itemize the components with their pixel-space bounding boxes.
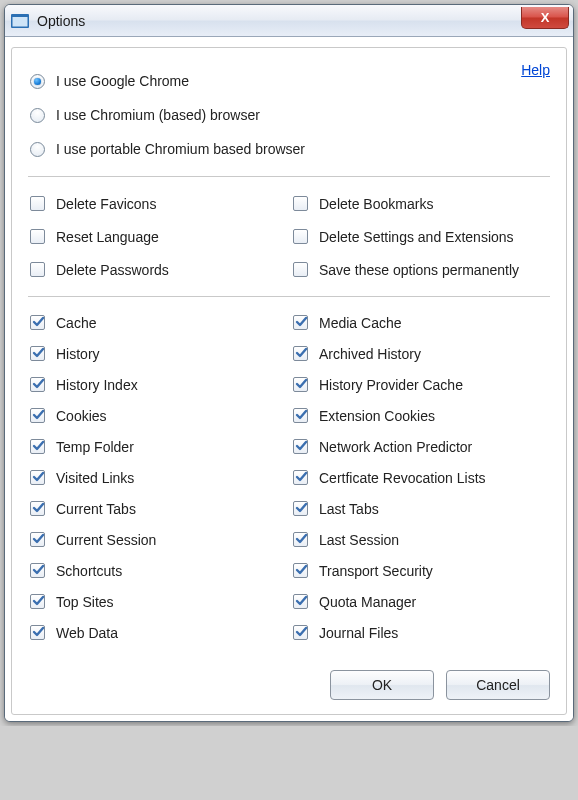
dialog-footer: OK Cancel	[28, 670, 550, 700]
data-checkbox[interactable]: Quota Manager	[291, 586, 550, 617]
checkbox-icon	[28, 562, 46, 580]
browser-radio[interactable]: I use Google Chrome	[28, 64, 550, 98]
radio-label: I use Chromium (based) browser	[56, 107, 260, 123]
checkbox-label: Last Session	[319, 532, 399, 548]
checkbox-icon	[28, 376, 46, 394]
checkbox-label: Journal Files	[319, 625, 398, 641]
checkbox-icon	[28, 531, 46, 549]
checkbox-label: Network Action Predictor	[319, 439, 472, 455]
data-checkbox[interactable]: History Index	[28, 369, 287, 400]
checkbox-icon	[291, 469, 309, 487]
checkbox-icon	[28, 469, 46, 487]
data-checkbox[interactable]: Cache	[28, 307, 287, 338]
data-checkbox[interactable]: Last Tabs	[291, 493, 550, 524]
checkbox-icon	[291, 531, 309, 549]
data-checkbox[interactable]: Current Session	[28, 524, 287, 555]
checkbox-icon	[28, 438, 46, 456]
close-icon: X	[541, 10, 550, 25]
checkbox-icon	[291, 500, 309, 518]
checkbox-icon	[291, 593, 309, 611]
misc-checkbox[interactable]: Reset Language	[28, 220, 287, 253]
data-checkbox[interactable]: Visited Links	[28, 462, 287, 493]
data-checkbox[interactable]: Extension Cookies	[291, 400, 550, 431]
browser-radio[interactable]: I use Chromium (based) browser	[28, 98, 550, 132]
data-checkbox[interactable]: Archived History	[291, 338, 550, 369]
data-checkbox[interactable]: History	[28, 338, 287, 369]
checkbox-icon	[291, 438, 309, 456]
window-title: Options	[37, 13, 85, 29]
misc-checkbox[interactable]: Delete Settings and Extensions	[291, 220, 550, 253]
checkbox-label: Temp Folder	[56, 439, 134, 455]
browser-radio[interactable]: I use portable Chromium based browser	[28, 132, 550, 166]
checkbox-label: Cookies	[56, 408, 107, 424]
misc-checkbox[interactable]: Save these options permanently	[291, 253, 550, 286]
checkbox-icon	[291, 624, 309, 642]
cancel-label: Cancel	[476, 677, 520, 693]
data-checkbox[interactable]: Certficate Revocation Lists	[291, 462, 550, 493]
options-panel: Help I use Google ChromeI use Chromium (…	[11, 47, 567, 715]
misc-checkbox[interactable]: Delete Passwords	[28, 253, 287, 286]
window-body: Help I use Google ChromeI use Chromium (…	[5, 37, 573, 721]
checkbox-icon	[28, 345, 46, 363]
misc-checkbox[interactable]: Delete Bookmarks	[291, 187, 550, 220]
ok-button[interactable]: OK	[330, 670, 434, 700]
data-checkbox[interactable]: Network Action Predictor	[291, 431, 550, 462]
help-link[interactable]: Help	[521, 62, 550, 78]
cancel-button[interactable]: Cancel	[446, 670, 550, 700]
checkbox-icon	[28, 593, 46, 611]
ok-label: OK	[372, 677, 392, 693]
checkbox-label: Current Session	[56, 532, 156, 548]
data-checkbox[interactable]: History Provider Cache	[291, 369, 550, 400]
browser-radio-group: I use Google ChromeI use Chromium (based…	[28, 64, 550, 166]
titlebar[interactable]: Options X	[5, 5, 573, 37]
checkbox-label: Current Tabs	[56, 501, 136, 517]
checkbox-label: Cache	[56, 315, 96, 331]
radio-icon	[28, 72, 46, 90]
radio-icon	[28, 106, 46, 124]
checkbox-icon	[291, 228, 309, 246]
radio-label: I use Google Chrome	[56, 73, 189, 89]
misc-options-grid: Delete FaviconsDelete BookmarksReset Lan…	[28, 187, 550, 286]
checkbox-icon	[291, 314, 309, 332]
checkbox-icon	[28, 314, 46, 332]
checkbox-label: Last Tabs	[319, 501, 379, 517]
checkbox-label: Archived History	[319, 346, 421, 362]
data-checkbox[interactable]: Temp Folder	[28, 431, 287, 462]
data-checkbox[interactable]: Media Cache	[291, 307, 550, 338]
checkbox-label: Certficate Revocation Lists	[319, 470, 486, 486]
checkbox-icon	[291, 376, 309, 394]
app-icon	[11, 14, 29, 28]
data-options-grid: CacheMedia CacheHistoryArchived HistoryH…	[28, 307, 550, 648]
checkbox-label: Delete Favicons	[56, 196, 156, 212]
radio-icon	[28, 140, 46, 158]
checkbox-icon	[28, 500, 46, 518]
radio-label: I use portable Chromium based browser	[56, 141, 305, 157]
data-checkbox[interactable]: Current Tabs	[28, 493, 287, 524]
checkbox-icon	[28, 624, 46, 642]
data-checkbox[interactable]: Journal Files	[291, 617, 550, 648]
checkbox-label: Reset Language	[56, 229, 159, 245]
checkbox-label: History Index	[56, 377, 138, 393]
data-checkbox[interactable]: Schortcuts	[28, 555, 287, 586]
checkbox-label: Transport Security	[319, 563, 433, 579]
checkbox-label: Delete Passwords	[56, 262, 169, 278]
checkbox-icon	[291, 195, 309, 213]
data-checkbox[interactable]: Top Sites	[28, 586, 287, 617]
checkbox-label: Save these options permanently	[319, 262, 519, 278]
checkbox-icon	[291, 345, 309, 363]
checkbox-label: Delete Bookmarks	[319, 196, 433, 212]
checkbox-label: History Provider Cache	[319, 377, 463, 393]
data-checkbox[interactable]: Last Session	[291, 524, 550, 555]
data-checkbox[interactable]: Web Data	[28, 617, 287, 648]
checkbox-icon	[28, 407, 46, 425]
close-button[interactable]: X	[521, 7, 569, 29]
data-checkbox[interactable]: Cookies	[28, 400, 287, 431]
checkbox-label: Web Data	[56, 625, 118, 641]
checkbox-icon	[291, 562, 309, 580]
data-checkbox[interactable]: Transport Security	[291, 555, 550, 586]
checkbox-label: History	[56, 346, 100, 362]
misc-checkbox[interactable]: Delete Favicons	[28, 187, 287, 220]
checkbox-label: Quota Manager	[319, 594, 416, 610]
options-window: Options X Help I use Google ChromeI use …	[4, 4, 574, 722]
divider	[28, 296, 550, 297]
